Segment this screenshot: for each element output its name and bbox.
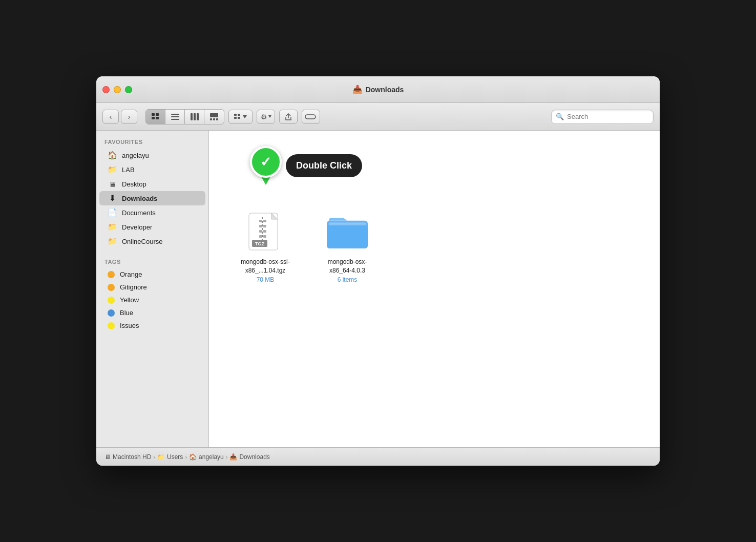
svg-rect-16 — [234, 117, 237, 119]
forward-button[interactable]: › — [121, 110, 137, 124]
list-icon — [171, 113, 179, 120]
double-click-tooltip: ✓ Double Click — [250, 146, 362, 185]
back-button[interactable]: ‹ — [102, 110, 119, 124]
sidebar-item-label: Developer — [122, 223, 152, 231]
breadcrumb-label: Downloads — [239, 453, 269, 461]
sidebar-item-documents[interactable]: 📄 Documents — [99, 205, 205, 220]
sidebar-item-label: Issues — [120, 322, 139, 329]
breadcrumb-separator-1: › — [153, 454, 155, 460]
svg-rect-21 — [305, 115, 316, 119]
file-meta-tgz: 70 MB — [257, 276, 275, 283]
sidebar-item-label: Orange — [120, 270, 142, 278]
settings-chevron-icon — [268, 115, 271, 118]
gallery-view-button[interactable] — [204, 110, 224, 124]
gitignore-tag-dot — [108, 284, 115, 291]
svg-rect-27 — [263, 220, 266, 222]
sidebar: Favourites 🏠 angelayu 📁 LAB 🖥 Desktop ⬇ … — [96, 131, 209, 447]
svg-rect-32 — [259, 235, 262, 238]
svg-rect-6 — [171, 119, 179, 120]
group-button[interactable] — [228, 110, 253, 124]
sidebar-item-onlinecourse[interactable]: 📁 OnlineCourse — [99, 234, 205, 248]
svg-rect-3 — [156, 117, 159, 119]
search-input[interactable] — [567, 113, 649, 120]
finder-window: 📥 Downloads ‹ › — [96, 76, 660, 466]
chevron-down-icon — [243, 115, 247, 118]
breadcrumb-label: Users — [167, 453, 183, 461]
titlebar: 📥 Downloads — [96, 76, 660, 103]
user-icon: 🏠 — [189, 453, 197, 461]
onlinecourse-folder-icon: 📁 — [108, 237, 117, 246]
sidebar-item-orange[interactable]: Orange — [99, 268, 205, 281]
breadcrumb-users[interactable]: 📁 Users — [157, 453, 183, 461]
column-view-button[interactable] — [185, 110, 204, 124]
svg-rect-9 — [197, 113, 199, 120]
breadcrumb-separator-3: › — [226, 454, 228, 460]
sidebar-item-label: Downloads — [122, 195, 157, 202]
file-icon-wrapper: TGZ — [245, 213, 286, 254]
svg-rect-29 — [263, 225, 266, 227]
yellow-tag-dot — [108, 297, 115, 304]
share-icon — [285, 113, 292, 121]
downloads-breadcrumb-icon: 📥 — [229, 453, 237, 461]
back-icon: ‹ — [110, 113, 112, 121]
sidebar-item-yellow[interactable]: Yellow — [99, 294, 205, 306]
grid-view-button[interactable] — [146, 110, 165, 124]
svg-rect-11 — [210, 118, 212, 120]
file-item-tgz[interactable]: TGZ mongodb-osx-ssl-x86_...1.04.tgz 70 M… — [240, 213, 291, 283]
sidebar-item-blue[interactable]: Blue — [99, 306, 205, 319]
svg-rect-31 — [263, 230, 266, 233]
sidebar-item-issues[interactable]: Issues — [99, 319, 205, 332]
group-icon — [234, 114, 241, 120]
sidebar-item-desktop[interactable]: 🖥 Desktop — [99, 177, 205, 191]
svg-rect-15 — [238, 114, 240, 116]
sidebar-item-angelayu[interactable]: 🏠 angelayu — [99, 148, 205, 162]
sidebar-item-developer[interactable]: 📁 Developer — [99, 220, 205, 234]
forward-icon: › — [128, 113, 131, 121]
pin-icon: ✓ — [250, 146, 282, 185]
breadcrumb-macintosh-hd[interactable]: 🖥 Macintosh HD — [104, 453, 151, 461]
file-meta-folder: 6 items — [338, 276, 358, 283]
maximize-button[interactable] — [125, 86, 132, 93]
grid-icon — [152, 113, 160, 120]
window-title: 📥 Downloads — [352, 85, 404, 94]
main-content: Favourites 🏠 angelayu 📁 LAB 🖥 Desktop ⬇ … — [96, 131, 660, 447]
columns-icon — [191, 113, 199, 120]
search-box[interactable]: 🔍 — [551, 110, 654, 124]
sidebar-item-lab[interactable]: 📁 LAB — [99, 162, 205, 177]
settings-button[interactable]: ⚙ — [257, 110, 275, 124]
list-view-button[interactable] — [165, 110, 185, 124]
file-name-folder: mongodb-osx-x86_64-4.0.3 — [322, 258, 373, 275]
sidebar-item-gitignore[interactable]: Gitignore — [99, 281, 205, 294]
view-buttons — [145, 109, 224, 124]
sidebar-item-label: Gitignore — [120, 283, 147, 291]
svg-rect-8 — [194, 113, 196, 120]
svg-text:TGZ: TGZ — [255, 241, 264, 246]
favourites-label: Favourites — [96, 137, 208, 148]
tooltip-bubble: Double Click — [286, 154, 362, 177]
folder-icon-wrapper — [327, 213, 368, 254]
svg-rect-5 — [171, 116, 179, 117]
svg-rect-38 — [329, 223, 366, 226]
breadcrumb-angelayu[interactable]: 🏠 angelayu — [189, 453, 224, 461]
svg-marker-19 — [268, 115, 271, 118]
breadcrumb-downloads[interactable]: 📥 Downloads — [229, 453, 269, 461]
breadcrumb-separator-2: › — [185, 454, 187, 460]
svg-rect-17 — [238, 117, 240, 119]
minimize-button[interactable] — [114, 86, 121, 93]
svg-rect-10 — [210, 113, 218, 117]
file-item-folder[interactable]: mongodb-osx-x86_64-4.0.3 6 items — [322, 213, 373, 283]
tag-button[interactable] — [302, 110, 320, 124]
files-grid: TGZ mongodb-osx-ssl-x86_...1.04.tgz 70 M… — [219, 202, 649, 294]
traffic-lights — [102, 86, 132, 93]
issues-tag-dot — [108, 322, 115, 329]
close-button[interactable] — [102, 86, 110, 93]
svg-rect-26 — [259, 220, 262, 222]
svg-rect-13 — [216, 118, 218, 120]
svg-rect-1 — [156, 113, 159, 116]
breadcrumb-label: angelayu — [199, 453, 224, 461]
sidebar-item-label: Yellow — [120, 296, 139, 304]
folder-file-icon — [327, 215, 368, 252]
sidebar-item-downloads[interactable]: ⬇ Downloads — [99, 191, 205, 205]
sidebar-item-label: Desktop — [122, 180, 146, 188]
share-button[interactable] — [279, 110, 298, 124]
